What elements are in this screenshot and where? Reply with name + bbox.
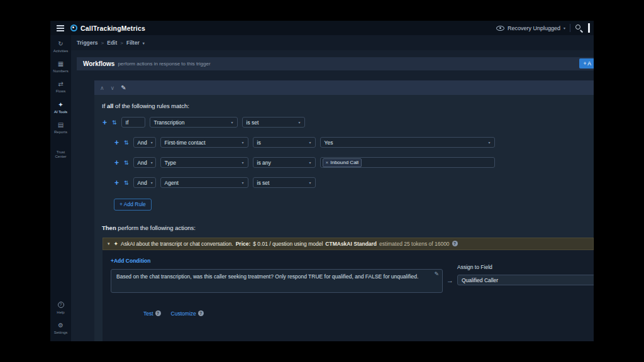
account-name: Recovery Unplugged	[508, 25, 560, 31]
help-icon[interactable]: ?	[452, 241, 458, 246]
move-down-icon[interactable]: ∨	[111, 85, 115, 91]
rule-row: + ⇅ And▾ Agent▾ is set▾	[114, 177, 594, 188]
rule-row: + ⇅ And▾ First-time contact▾ is▾ Yes▾	[114, 137, 594, 148]
chevron-down-icon: ▾	[238, 140, 244, 145]
sparkle-icon: ✦	[58, 101, 63, 109]
shuffle-icon: ⇄	[58, 80, 63, 88]
app-logo[interactable]: CallTrackingMetrics	[70, 25, 145, 32]
rules-intro: If all of the following rules match:	[102, 102, 594, 109]
remove-tag-icon[interactable]: ×	[326, 160, 329, 165]
add-rule-icon[interactable]: +	[114, 140, 119, 146]
activities-icon: ↻	[58, 40, 63, 48]
connector-select[interactable]: And▾	[133, 177, 156, 188]
field-select[interactable]: First-time contact▾	[160, 137, 248, 148]
sidebar-item-settings[interactable]: ⚙ Settings	[50, 322, 71, 335]
calltrackingmetrics-logo-icon	[70, 25, 77, 31]
edit-prompt-icon[interactable]: ✎	[434, 271, 439, 277]
field-select[interactable]: Agent▾	[160, 177, 248, 188]
field-select[interactable]: Type▾	[160, 157, 248, 168]
askai-action: ▾ ✦ AskAI about the transcript or chat c…	[103, 238, 594, 342]
sidebar-item-label: Settings	[54, 331, 68, 335]
askai-title: AskAI about the transcript or chat conve…	[121, 241, 233, 247]
sidebar-item-label: Activities	[53, 49, 69, 53]
workflow-panel: ∧ ∨ ✎ If all of the following rules matc…	[94, 80, 594, 341]
breadcrumb-triggers[interactable]: Triggers	[77, 40, 98, 46]
askai-sparkle-icon: ✦	[114, 241, 119, 247]
sidebar-item-reports[interactable]: ▤ Reports	[50, 121, 71, 134]
askai-links: Test? Customize?	[143, 310, 594, 317]
workflows-title: Workflows	[83, 60, 114, 67]
help-icon: ?	[198, 310, 204, 316]
rule-row: + ⇅ If Transcription▾ is set▾	[102, 117, 594, 128]
workflows-subtitle: perform actions in response to this trig…	[118, 61, 210, 67]
add-rule-button[interactable]: + Add Rule	[114, 199, 152, 211]
sidebar-item-label: Reports	[54, 130, 67, 134]
operator-select[interactable]: is▾	[253, 137, 316, 148]
reorder-icon[interactable]: ⇅	[124, 180, 129, 186]
sidebar-item-label: AI Tools	[54, 110, 67, 114]
connector-select[interactable]: And▾	[133, 157, 156, 168]
operator-select[interactable]: is set▾	[242, 117, 305, 128]
tag-label: Inbound Call	[330, 160, 358, 165]
askai-prompt-textarea[interactable]: Based on the chat transcription, was thi…	[111, 269, 443, 293]
reorder-icon[interactable]: ⇅	[124, 160, 129, 166]
connector-select[interactable]: And▾	[133, 137, 156, 148]
rule-row: + ⇅ And▾ Type▾ is any▾ × Inbound Call	[114, 157, 594, 168]
grid-icon: ▦	[58, 60, 64, 68]
hamburger-menu-icon[interactable]	[57, 28, 64, 29]
gear-icon: ⚙	[58, 322, 64, 329]
app-logo-text: CallTrackingMetrics	[80, 25, 145, 32]
breadcrumb-edit[interactable]: Edit	[107, 40, 117, 46]
breadcrumb-separator: >	[120, 40, 123, 46]
search-icon[interactable]	[575, 24, 583, 32]
price-text: $ 0.01 / question using model	[253, 241, 323, 247]
sidebar-item-activities[interactable]: ↻ Activities	[50, 40, 71, 53]
sidebar-item-trust-center[interactable]: Trust Center	[50, 141, 71, 159]
sidebar-item-label: Help	[57, 310, 64, 315]
askai-action-body: +Add Condition Based on the chat transcr…	[103, 250, 594, 342]
cutoff-panel-edge	[588, 23, 590, 33]
sidebar-item-numbers[interactable]: ▦ Numbers	[50, 60, 71, 74]
collapse-icon[interactable]: ▾	[108, 241, 110, 246]
model-name: CTMAskAI Standard	[325, 241, 377, 247]
value-select[interactable]: Yes▾	[320, 137, 495, 148]
reorder-icon[interactable]: ⇅	[124, 140, 129, 146]
chevron-down-icon: ▾	[143, 41, 145, 45]
report-icon: ▤	[58, 121, 64, 129]
sidebar-item-label: Trust Center	[50, 150, 71, 159]
sidebar-item-help[interactable]: ? Help	[50, 302, 71, 315]
assign-field-input[interactable]	[457, 275, 594, 285]
chevron-down-icon: ▾	[295, 120, 301, 124]
token-estimate: estimated 25 tokens of 16000	[379, 241, 450, 247]
add-rule-icon[interactable]: +	[102, 119, 108, 126]
connector-label: If	[121, 117, 145, 128]
sidebar-item-ai-tools[interactable]: ✦ AI Tools	[50, 101, 71, 114]
field-select[interactable]: Transcription▾	[150, 117, 238, 128]
chevron-down-icon: ▾	[147, 180, 153, 185]
move-up-icon[interactable]: ∧	[100, 85, 104, 91]
sidebar-item-flows[interactable]: ⇄ Flows	[50, 80, 71, 94]
reorder-icon[interactable]: ⇅	[112, 119, 117, 126]
chevron-down-icon: ▾	[306, 140, 311, 145]
test-link[interactable]: Test?	[143, 310, 161, 317]
breadcrumb-filter[interactable]: Filter	[126, 40, 140, 46]
arrow-right-icon: →	[447, 277, 453, 284]
chevron-down-icon: ▾	[238, 160, 244, 165]
app-window: CallTrackingMetrics Recovery Unplugged ▾…	[50, 21, 594, 341]
edit-workflow-icon[interactable]: ✎	[121, 84, 126, 91]
add-rule-icon[interactable]: +	[114, 180, 119, 186]
help-icon: ?	[58, 302, 64, 309]
operator-select[interactable]: is any▾	[253, 157, 316, 168]
sidebar: ↻ Activities ▦ Numbers ⇄ Flows ✦ AI Tool…	[50, 35, 71, 341]
chevron-down-icon: ▾	[147, 160, 153, 165]
add-condition-link[interactable]: +Add Condition	[111, 258, 151, 264]
assign-to-field-label: Assign to Field	[457, 264, 594, 270]
add-workflow-button[interactable]: + A	[579, 58, 594, 69]
help-icon: ?	[155, 310, 161, 316]
operator-select[interactable]: is set▾	[253, 177, 316, 188]
customize-link[interactable]: Customize?	[171, 310, 204, 317]
add-rule-icon[interactable]: +	[114, 160, 119, 166]
value-tags-input[interactable]: × Inbound Call	[320, 157, 495, 168]
account-menu[interactable]: Recovery Unplugged ▾	[496, 25, 565, 31]
breadcrumb-separator: >	[101, 40, 104, 46]
